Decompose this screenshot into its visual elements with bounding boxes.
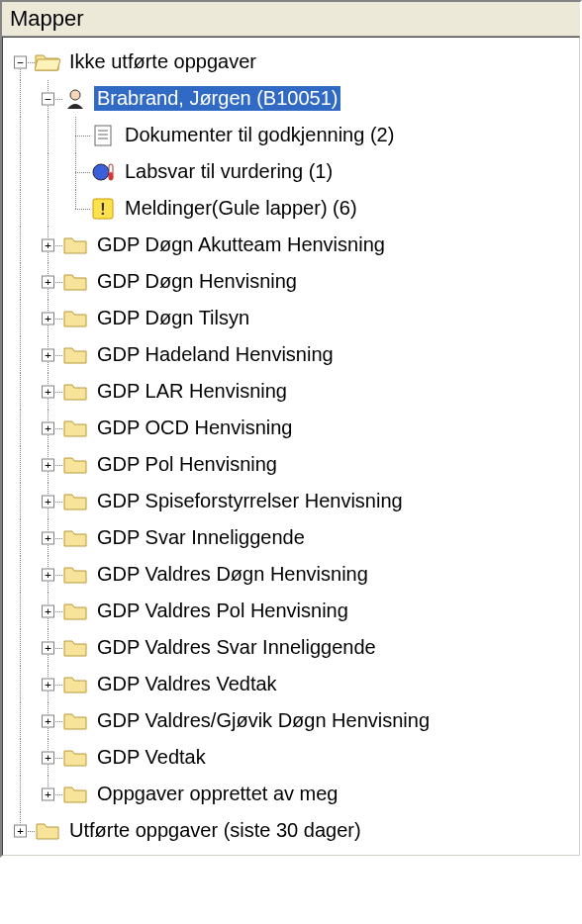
panel-body: − Ikke utførte oppgaver − Brabrand, — [2, 37, 580, 856]
tree-item-label: GDP OCD Henvisning — [94, 416, 295, 440]
lab-icon — [90, 159, 116, 185]
tree-item-folder[interactable]: + GDP Valdres Svar Inneliggende — [7, 629, 575, 666]
tree-item-label: GDP Svar Inneliggende — [94, 525, 308, 550]
count-badge: (1) — [309, 160, 333, 182]
tree-item-completed[interactable]: + Utførte oppgaver (siste 30 dager) — [7, 812, 575, 849]
tree-item-label: Meldinger(Gule lapper) (6) — [122, 196, 360, 221]
svg-text:!: ! — [100, 201, 105, 218]
svg-point-0 — [70, 90, 80, 100]
tree-item-label: Ikke utførte oppgaver — [66, 49, 259, 74]
tree-item-label: GDP Pol Henvisning — [94, 452, 280, 477]
count-badge: (2) — [370, 124, 394, 145]
folder-icon — [62, 672, 88, 697]
tree-item-label: GDP Valdres Pol Henvisning — [94, 599, 351, 623]
tree-item-label: GDP Døgn Henvisning — [94, 269, 300, 294]
note-warn-icon: ! — [90, 196, 116, 222]
tree-item-label: Brabrand, Jørgen (B10051) — [94, 86, 340, 111]
tree-item-label: Dokumenter til godkjenning (2) — [122, 123, 397, 147]
tree-item-folder[interactable]: + GDP Valdres/Gjøvik Døgn Henvisning — [7, 702, 575, 739]
folders-panel: Mapper − Ikke utførte oppgaver — [0, 0, 582, 858]
expander-plus-icon[interactable]: + — [42, 604, 54, 617]
folder-icon — [62, 599, 88, 624]
tree-item-folder[interactable]: + GDP Svar Inneliggende — [7, 519, 575, 556]
tree-item-label: GDP Valdres Svar Inneliggende — [94, 635, 379, 660]
document-icon — [90, 123, 116, 148]
tree-item-label: Utførte oppgaver (siste 30 dager) — [66, 818, 364, 843]
tree-item-labresults[interactable]: Labsvar til vurdering (1) — [7, 153, 575, 190]
folder-icon — [62, 379, 88, 405]
expander-plus-icon[interactable]: + — [42, 385, 54, 398]
tree-item-label: GDP Døgn Akutteam Henvisning — [94, 232, 388, 257]
panel-title: Mapper — [2, 2, 580, 37]
tree-item-label: GDP Vedtak — [94, 745, 209, 770]
folder-icon — [62, 232, 88, 258]
tree-item-folder[interactable]: + GDP Spiseforstyrrelser Henvisning — [7, 483, 575, 519]
expander-plus-icon[interactable]: + — [42, 678, 54, 691]
expander-plus-icon[interactable]: + — [42, 714, 54, 727]
tree-item-label: Oppgaver opprettet av meg — [94, 782, 340, 806]
expander-plus-icon[interactable]: + — [42, 348, 54, 361]
folder-tree: − Ikke utførte oppgaver − Brabrand, — [3, 38, 579, 855]
tree-item-folder[interactable]: + GDP Vedtak — [7, 739, 575, 776]
folder-open-icon — [35, 49, 60, 75]
tree-item-label: GDP Døgn Tilsyn — [94, 306, 252, 330]
tree-item-folder[interactable]: + GDP Døgn Henvisning — [7, 263, 575, 300]
tree-item-folder[interactable]: + GDP Pol Henvisning — [7, 446, 575, 483]
tree-item-label: GDP Valdres Døgn Henvisning — [94, 562, 371, 587]
folder-icon — [62, 635, 88, 661]
expander-minus-icon[interactable]: − — [42, 92, 54, 105]
svg-rect-7 — [109, 172, 113, 180]
tree-item-folder[interactable]: + GDP Valdres Døgn Henvisning — [7, 556, 575, 593]
tree-item-root[interactable]: − Ikke utførte oppgaver — [7, 44, 575, 80]
svg-rect-1 — [95, 126, 111, 145]
expander-plus-icon[interactable]: + — [14, 824, 27, 837]
tree-item-messages[interactable]: ! Meldinger(Gule lapper) (6) — [7, 190, 575, 227]
tree-item-label: GDP Valdres/Gjøvik Døgn Henvisning — [94, 708, 433, 733]
folder-icon — [62, 342, 88, 368]
expander-plus-icon[interactable]: + — [42, 495, 54, 508]
svg-point-5 — [93, 164, 109, 180]
folder-icon — [62, 745, 88, 771]
tree-item-folder[interactable]: + GDP Døgn Tilsyn — [7, 300, 575, 336]
expander-plus-icon[interactable]: + — [42, 275, 54, 288]
folder-icon — [62, 782, 88, 807]
expander-plus-icon[interactable]: + — [42, 531, 54, 544]
tree-item-label: GDP Valdres Vedtak — [94, 672, 280, 696]
folder-icon — [62, 416, 88, 441]
expander-minus-icon[interactable]: − — [14, 55, 27, 68]
tree-item-label: GDP LAR Henvisning — [94, 379, 290, 404]
folder-icon — [62, 306, 88, 331]
expander-plus-icon[interactable]: + — [42, 421, 54, 434]
folder-icon — [62, 489, 88, 514]
count-badge: (6) — [333, 197, 356, 219]
folder-icon — [35, 818, 60, 844]
expander-plus-icon[interactable]: + — [42, 641, 54, 654]
tree-item-folder[interactable]: + GDP Valdres Pol Henvisning — [7, 593, 575, 629]
expander-plus-icon[interactable]: + — [42, 568, 54, 581]
expander-plus-icon[interactable]: + — [42, 238, 54, 251]
tree-item-folder[interactable]: + GDP LAR Henvisning — [7, 373, 575, 410]
folder-icon — [62, 269, 88, 295]
tree-item-label: GDP Hadeland Henvisning — [94, 342, 337, 367]
tree-item-label: GDP Spiseforstyrrelser Henvisning — [94, 489, 406, 513]
tree-item-folder[interactable]: + GDP Valdres Vedtak — [7, 666, 575, 702]
tree-item-folder[interactable]: + GDP OCD Henvisning — [7, 410, 575, 446]
expander-plus-icon[interactable]: + — [42, 312, 54, 324]
tree-item-person[interactable]: − Brabrand, Jørgen (B10051) — [7, 80, 575, 117]
expander-plus-icon[interactable]: + — [42, 458, 54, 471]
tree-item-folder[interactable]: + GDP Døgn Akutteam Henvisning — [7, 227, 575, 263]
tree-item-folder[interactable]: + GDP Hadeland Henvisning — [7, 336, 575, 373]
folder-icon — [62, 452, 88, 478]
folder-icon — [62, 562, 88, 588]
tree-item-documents[interactable]: Dokumenter til godkjenning (2) — [7, 117, 575, 153]
folder-icon — [62, 708, 88, 734]
tree-item-label: Labsvar til vurdering (1) — [122, 159, 336, 184]
expander-plus-icon[interactable]: + — [42, 751, 54, 764]
person-icon — [62, 86, 88, 112]
tree-item-folder[interactable]: + Oppgaver opprettet av meg — [7, 776, 575, 812]
expander-plus-icon[interactable]: + — [42, 787, 54, 800]
folder-icon — [62, 525, 88, 551]
